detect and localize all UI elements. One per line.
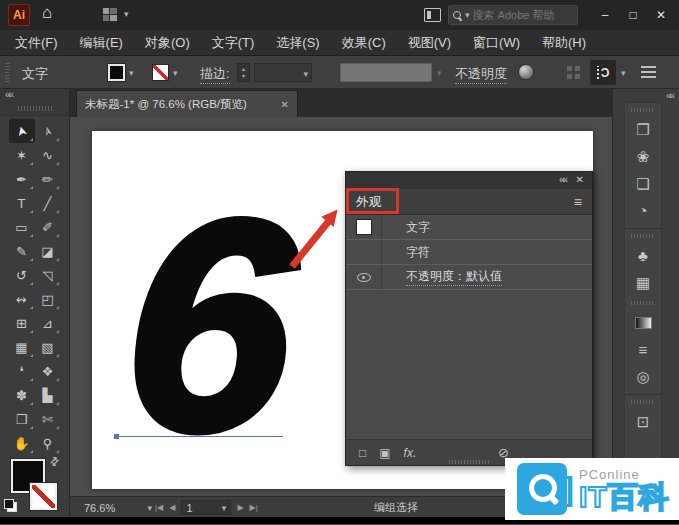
swap-fill-stroke-icon[interactable]: ⇄ <box>47 454 63 470</box>
brush-chevron-icon[interactable]: ▾ <box>437 68 442 78</box>
gradient-fan-icon[interactable]: ◔ <box>638 197 647 224</box>
menu-window[interactable]: 窗口(W) <box>462 30 531 55</box>
appearance-row-opacity[interactable]: 不透明度：默认值 <box>346 265 592 290</box>
menu-help[interactable]: 帮助(H) <box>531 30 597 55</box>
tool-magic-wand[interactable]: ✶ <box>9 143 35 167</box>
opacity-default-link[interactable]: 不透明度：默认值 <box>406 268 502 286</box>
artboard-number-dropdown[interactable]: 1 ▾ <box>181 500 231 515</box>
fill-chevron-icon[interactable]: ▾ <box>129 68 134 78</box>
menu-view[interactable]: 视图(V) <box>397 30 462 55</box>
menu-effect[interactable]: 效果(C) <box>331 30 397 55</box>
symbols-icon[interactable]: ♣ <box>638 242 648 269</box>
tool-paintbrush[interactable]: ✐ <box>35 215 61 239</box>
artboard-chevron-icon[interactable]: ▾ <box>222 503 227 513</box>
stepper-up-icon[interactable]: ▴ <box>242 66 245 73</box>
tool-slice[interactable]: ✄ <box>35 407 61 431</box>
tool-curvature[interactable]: ✏ <box>35 167 61 191</box>
gradient-panel-icon[interactable] <box>635 309 652 336</box>
dock-grip[interactable] <box>631 301 655 305</box>
transparency-panel-icon[interactable]: ◎ <box>636 363 649 390</box>
artboards-panel-icon[interactable]: ⊡ <box>637 408 650 435</box>
controlbar-grip[interactable] <box>5 63 10 82</box>
style-globe-icon[interactable] <box>518 64 534 80</box>
tool-line-segment[interactable]: ╱ <box>35 191 61 215</box>
document-tab[interactable]: 未标题-1* @ 76.6% (RGB/预览) ✕ <box>76 90 298 117</box>
stroke-color-swatch[interactable] <box>152 64 169 81</box>
minimize-button[interactable]: – <box>591 8 619 22</box>
tool-shape-builder[interactable]: ⊞ <box>9 311 35 335</box>
tools-collapse-icon[interactable]: «« <box>5 89 12 100</box>
text-fill-swatch[interactable] <box>356 219 372 235</box>
tool-rotate[interactable]: ↺ <box>9 263 35 287</box>
stepper-down-icon[interactable]: ▾ <box>242 73 245 80</box>
help-search[interactable]: ▾ <box>448 5 578 25</box>
dock-grip[interactable] <box>631 234 655 238</box>
tool-column-graph[interactable]: ▙ <box>35 383 61 407</box>
panel-collapse-icon[interactable]: «« <box>559 174 566 185</box>
arrange-documents-icon[interactable] <box>103 8 118 22</box>
tool-selection[interactable]: ➤ <box>9 119 35 143</box>
search-input[interactable] <box>473 9 573 21</box>
pattern-grid-icon[interactable]: ▦ <box>636 269 650 296</box>
appearance-row-text[interactable]: 文字 <box>346 215 592 240</box>
document-panel-icon[interactable] <box>424 8 441 22</box>
align-grid-icon[interactable] <box>567 66 580 79</box>
stroke-swatch[interactable] <box>30 483 57 510</box>
tool-symbol-sprayer[interactable]: ✽ <box>9 383 35 407</box>
select-similar-button[interactable]: Ɔ <box>590 60 616 85</box>
stroke-weight-chevron-icon[interactable]: ▾ <box>303 69 308 79</box>
panel-menu-icon[interactable]: ≡ <box>574 194 582 210</box>
text-object-6[interactable]: 6 <box>118 175 301 475</box>
last-artboard-icon[interactable]: ▶| <box>250 503 258 512</box>
brushes-icon[interactable]: ❏ <box>636 170 649 197</box>
menu-type[interactable]: 文字(T) <box>201 30 266 55</box>
tool-rectangle[interactable]: ▭ <box>9 215 35 239</box>
menu-edit[interactable]: 编辑(E) <box>69 30 134 55</box>
tools-grip[interactable] <box>18 106 52 111</box>
previous-artboard-icon[interactable]: ◀ <box>169 503 175 512</box>
stroke-chevron-icon[interactable]: ▾ <box>173 68 178 78</box>
zoom-chevron-icon[interactable]: ▾ <box>147 503 152 513</box>
maximize-button[interactable]: □ <box>619 8 647 22</box>
tool-type[interactable]: T <box>9 191 35 215</box>
tool-direct-selection[interactable]: ➢ <box>35 119 61 143</box>
search-chevron-icon[interactable]: ▾ <box>465 10 470 20</box>
panel-resize-grip[interactable] <box>449 460 489 464</box>
tool-artboard[interactable]: ❒ <box>9 407 35 431</box>
tool-pen[interactable]: ✒ <box>9 167 35 191</box>
options-list-icon[interactable] <box>641 66 656 78</box>
swatch-pair-icon[interactable]: ❐ <box>636 116 649 143</box>
next-artboard-icon[interactable]: ▶ <box>237 503 243 512</box>
tool-hand[interactable]: ✋ <box>9 431 35 455</box>
stroke-weight-dropdown[interactable]: ▾ <box>254 63 312 82</box>
add-new-stroke-icon[interactable]: □ <box>359 446 366 460</box>
color-palette-icon[interactable]: ❀ <box>637 143 650 170</box>
fill-color-swatch[interactable] <box>108 64 125 81</box>
appearance-row-characters[interactable]: 字符 <box>346 240 592 265</box>
add-effect-icon[interactable]: fx. <box>404 446 417 460</box>
tool-scale[interactable]: ◹ <box>35 263 61 287</box>
stroke-panel-icon[interactable]: ≡ <box>639 336 648 363</box>
tool-gradient[interactable]: ▧ <box>35 335 61 359</box>
tool-blend[interactable]: ❖ <box>35 359 61 383</box>
tool-eraser[interactable]: ◪ <box>35 239 61 263</box>
close-button[interactable]: ✕ <box>647 8 675 22</box>
brush-definition-dropdown[interactable] <box>340 63 432 82</box>
zoom-level-dropdown[interactable]: 76.6% ▾ <box>84 500 152 515</box>
tool-perspective-grid[interactable]: ⊿ <box>35 311 61 335</box>
tool-eyedropper[interactable]: ❛ <box>9 359 35 383</box>
menu-file[interactable]: 文件(F) <box>4 30 69 55</box>
tool-zoom[interactable]: ⚲ <box>35 431 61 455</box>
menu-select[interactable]: 选择(S) <box>265 30 330 55</box>
dock-grip[interactable] <box>631 400 655 404</box>
panel-close-icon[interactable]: ✕ <box>576 174 584 185</box>
default-fill-stroke-icon[interactable] <box>4 499 17 512</box>
opacity-link[interactable]: 不透明度 <box>455 65 507 84</box>
tool-lasso[interactable]: ∿ <box>35 143 61 167</box>
arrange-documents-chevron-icon[interactable]: ▾ <box>124 9 129 19</box>
tool-shaper[interactable]: ✎ <box>9 239 35 263</box>
add-new-fill-icon[interactable]: ▣ <box>379 446 390 460</box>
menu-object[interactable]: 对象(O) <box>134 30 201 55</box>
visibility-eye-icon[interactable] <box>357 273 371 282</box>
appearance-panel-titlebar[interactable]: «« ✕ <box>346 172 592 189</box>
